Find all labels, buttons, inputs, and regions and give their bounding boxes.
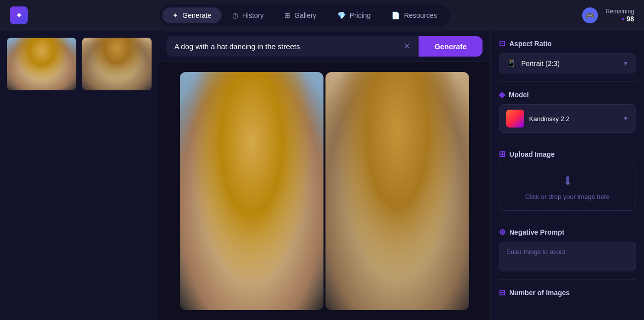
nav-right: 🎮 Remaining ♦ 98: [582, 7, 634, 23]
dropdown-left: 📱 Portrait (2:3): [506, 59, 560, 68]
resources-icon: 📄: [391, 11, 400, 19]
thumbnail-row: [6, 37, 153, 91]
negative-prompt-title: ⊕ Negative Prompt: [499, 227, 636, 237]
negative-prompt-label: Negative Prompt: [509, 228, 564, 236]
diamond-icon: ♦: [621, 15, 624, 22]
left-sidebar: [0, 31, 159, 320]
upload-prompt-text: Click or drop your image here: [525, 193, 610, 200]
model-title: ◈ Model: [499, 90, 636, 99]
number-of-images-label: Number of Images: [509, 289, 570, 297]
logo-icon: ✦: [15, 10, 23, 21]
portrait-icon: 📱: [506, 59, 516, 68]
remaining-number: 98: [626, 15, 634, 23]
aspect-ratio-dropdown[interactable]: 📱 Portrait (2:3) ▼: [499, 53, 636, 73]
number-of-images-section: ⊟ Number of Images: [499, 288, 636, 297]
generate-icon: ✦: [172, 11, 178, 19]
tab-generate[interactable]: ✦ Generate: [162, 7, 221, 23]
tab-pricing-label: Pricing: [350, 11, 371, 19]
chevron-down-icon: ▼: [623, 60, 629, 67]
upload-icon-title: ⊞: [499, 149, 505, 159]
dog-image-left: [180, 72, 323, 310]
center-area: ✕ Generate: [159, 31, 490, 320]
navbar: ✦ ✦ Generate ◷ History ⊞ Gallery 💎 Prici…: [0, 0, 644, 31]
clear-button[interactable]: ✕: [403, 41, 411, 52]
thumbnail-image-2: [82, 38, 152, 90]
download-icon: ⬇: [563, 174, 573, 188]
negative-prompt-section: ⊕ Negative Prompt: [499, 227, 636, 271]
model-label: Model: [509, 91, 529, 99]
remaining-count: ♦ 98: [621, 15, 634, 23]
remaining-info: Remaining ♦ 98: [606, 8, 634, 23]
negative-prompt-icon: ⊕: [499, 227, 505, 237]
negative-prompt-input[interactable]: [499, 242, 636, 271]
generated-image-1[interactable]: [180, 72, 323, 310]
number-of-images-title: ⊟ Number of Images: [499, 288, 636, 297]
model-icon: ◈: [499, 90, 505, 99]
tab-generate-label: Generate: [182, 11, 211, 19]
prompt-input[interactable]: [174, 42, 399, 51]
divider-1: [499, 81, 636, 82]
upload-image-title: ⊞ Upload Image: [499, 149, 636, 159]
model-thumbnail: [506, 110, 524, 128]
tab-history[interactable]: ◷ History: [222, 7, 274, 23]
tab-history-label: History: [242, 11, 264, 19]
dog-image-right: [325, 72, 469, 310]
generate-button[interactable]: Generate: [419, 36, 483, 57]
right-panel: ⊡ Aspect Ratio 📱 Portrait (2:3) ▼ ◈ Mode…: [490, 31, 644, 320]
pricing-icon: 💎: [337, 11, 346, 19]
aspect-ratio-label: Aspect Ratio: [509, 40, 552, 48]
tab-pricing[interactable]: 💎 Pricing: [327, 7, 381, 23]
number-of-images-icon: ⊟: [499, 288, 505, 297]
remaining-label: Remaining: [606, 8, 634, 15]
tab-resources-label: Resources: [404, 11, 437, 19]
tab-gallery[interactable]: ⊞ Gallery: [274, 7, 326, 23]
aspect-ratio-icon: ⊡: [499, 39, 505, 48]
aspect-ratio-title: ⊡ Aspect Ratio: [499, 39, 636, 48]
nav-tabs: ✦ Generate ◷ History ⊞ Gallery 💎 Pricing…: [160, 4, 450, 26]
model-dropdown[interactable]: Kandinsky 2.2 ▼: [499, 104, 636, 133]
main-layout: ✕ Generate ⊡ Aspect Ratio: [0, 31, 644, 320]
thumbnail-1[interactable]: [6, 37, 77, 91]
model-chevron-icon: ▼: [623, 115, 629, 122]
model-section: ◈ Model Kandinsky 2.2 ▼: [499, 90, 636, 133]
image-grid: [159, 62, 490, 320]
aspect-ratio-section: ⊡ Aspect Ratio 📱 Portrait (2:3) ▼: [499, 39, 636, 73]
upload-image-section: ⊞ Upload Image ⬇ Click or drop your imag…: [499, 149, 636, 211]
gallery-icon: ⊞: [284, 11, 290, 19]
thumbnail-2[interactable]: [81, 37, 153, 91]
history-icon: ◷: [232, 11, 238, 19]
divider-4: [499, 279, 636, 280]
logo: ✦: [10, 6, 28, 24]
divider-3: [499, 219, 636, 219]
generated-image-2[interactable]: [325, 72, 469, 310]
thumbnail-image-1: [7, 38, 76, 90]
model-name: Kandinsky 2.2: [529, 115, 570, 123]
upload-dropzone[interactable]: ⬇ Click or drop your image here: [499, 164, 636, 211]
nav-left: ✦: [10, 6, 28, 24]
tab-gallery-label: Gallery: [294, 11, 316, 19]
discord-icon[interactable]: 🎮: [582, 7, 598, 23]
clear-icon: ✕: [403, 41, 411, 52]
prompt-bar: ✕ Generate: [159, 31, 490, 62]
upload-image-label: Upload Image: [509, 150, 555, 158]
model-dropdown-left: Kandinsky 2.2: [506, 110, 570, 128]
tab-resources[interactable]: 📄 Resources: [381, 7, 447, 23]
divider-2: [499, 141, 636, 141]
thumbnail-grid: [6, 37, 153, 91]
generate-button-label: Generate: [434, 42, 467, 51]
prompt-input-wrap: ✕: [166, 36, 419, 57]
aspect-ratio-selected: Portrait (2:3): [521, 60, 560, 67]
